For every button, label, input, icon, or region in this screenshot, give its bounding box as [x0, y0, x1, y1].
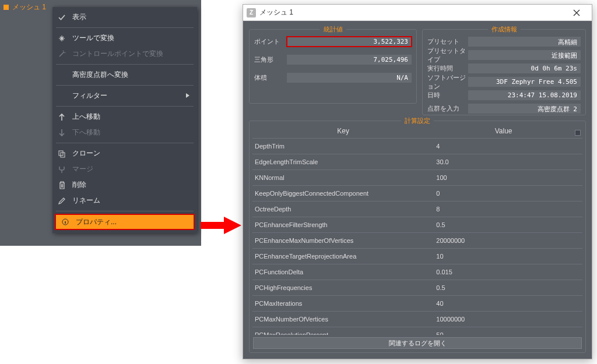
- info-value: 高精細: [468, 37, 581, 47]
- settings-key: PCMaxIterations: [252, 300, 434, 307]
- stats-row: ポイント3,522,323: [254, 36, 412, 48]
- settings-row[interactable]: OctreeDepth8: [252, 202, 582, 217]
- settings-value: 4: [434, 143, 582, 150]
- menu-clone[interactable]: クローン: [52, 146, 197, 161]
- settings-row[interactable]: PCHighFrequencies0.5: [252, 280, 582, 296]
- menu-rename[interactable]: リネーム: [52, 193, 197, 208]
- settings-key: PCMaxResolutionPercent: [252, 331, 434, 335]
- menu-separator: [56, 64, 194, 65]
- settings-value: 50: [434, 331, 582, 335]
- settings-key: OctreeDepth: [252, 206, 434, 213]
- info-row: プリセットタイプ近接範囲: [427, 49, 581, 61]
- close-button[interactable]: [564, 5, 589, 20]
- settings-row[interactable]: KNNormal100: [252, 170, 582, 186]
- settings-key: KeepOnlyBiggestConnectedComponent: [252, 190, 434, 197]
- workspace-tree-panel: メッシュ 1 表示 ツールで変換 コントロールポイントで変換 高密度点群へ変換: [0, 0, 201, 246]
- settings-value: 0.5: [434, 221, 582, 228]
- settings-value: 0: [434, 190, 582, 197]
- settings-value: 0.5: [434, 284, 582, 291]
- settings-key: PCEnhanceMaxNumberOfVertices: [252, 237, 434, 244]
- settings-value: 10000000: [434, 316, 582, 323]
- stat-value: N/A: [287, 73, 412, 83]
- info-label: プリセット: [427, 37, 468, 46]
- settings-row[interactable]: PCMaxResolutionPercent50: [252, 327, 582, 335]
- stat-label: ポイント: [254, 37, 287, 46]
- info-value: 0d 0h 6m 23s: [468, 63, 581, 73]
- context-menu: 表示 ツールで変換 コントロールポイントで変換 高密度点群へ変換 フィルター: [52, 7, 197, 233]
- properties-dialog: Z メッシュ 1 統計値 ポイント3,522,323三角形7,025,496体積…: [243, 4, 592, 359]
- merge-icon: [57, 165, 66, 174]
- wand-icon: [57, 50, 66, 59]
- settings-value: 20000000: [434, 237, 582, 244]
- menu-move-down: 下へ移動: [52, 125, 197, 140]
- info-row: ソフトバージョン3DF Zephyr Free 4.505: [427, 76, 581, 88]
- pencil-icon: [57, 196, 66, 206]
- menu-display[interactable]: 表示: [52, 9, 197, 25]
- blank-icon: [57, 70, 66, 80]
- dialog-title: メッシュ 1: [259, 8, 564, 17]
- settings-row[interactable]: EdgeLengthTrimScale30.0: [252, 154, 582, 170]
- settings-value: 100: [434, 174, 582, 181]
- menu-merge: マージ: [52, 161, 197, 177]
- copy-icon: [57, 149, 66, 158]
- settings-row[interactable]: DepthTrim4: [252, 139, 582, 154]
- menu-transform-control-points: コントロールポイントで変換: [52, 46, 197, 62]
- settings-row[interactable]: PCMaxNumberOfVertices10000000: [252, 312, 582, 327]
- settings-row[interactable]: PCEnhanceTargetReprojectionArea10: [252, 249, 582, 264]
- tree-item-label: メッシュ 1: [12, 2, 46, 12]
- trash-icon: [57, 181, 66, 190]
- callout-arrow-icon: [201, 217, 241, 234]
- settings-value: 8: [434, 206, 582, 213]
- dialog-titlebar[interactable]: Z メッシュ 1: [243, 5, 592, 21]
- info-value: 高密度点群 2: [468, 104, 581, 114]
- settings-row[interactable]: PCEnhanceMaxNumberOfVertices20000000: [252, 233, 582, 249]
- transform-icon: [57, 34, 66, 43]
- info-icon: [61, 217, 70, 227]
- menu-move-up[interactable]: 上へ移動: [52, 109, 197, 125]
- menu-properties[interactable]: プロパティ...: [55, 214, 195, 230]
- menu-separator: [56, 143, 194, 143]
- settings-key: PCFunctionDelta: [252, 268, 434, 275]
- app-z-icon: Z: [247, 8, 256, 17]
- settings-key: PCEnhanceFilterStrength: [252, 221, 434, 228]
- settings-legend: 計算設定: [401, 116, 434, 125]
- settings-menu-button[interactable]: [573, 127, 582, 138]
- menu-separator: [56, 106, 194, 107]
- settings-value: 0.015: [434, 268, 582, 275]
- close-icon: [573, 9, 580, 16]
- info-fieldset: 作成情報 プリセット高精細プリセットタイプ近接範囲実行時間0d 0h 6m 23…: [422, 29, 586, 115]
- info-label: プリセットタイプ: [427, 47, 468, 64]
- menu-filter[interactable]: フィルター: [52, 88, 197, 104]
- settings-fieldset: 計算設定 Key Value DepthTrim4EdgeLengthTrimS…: [249, 121, 586, 353]
- settings-key: PCEnhanceTargetReprojectionArea: [252, 253, 434, 260]
- info-label: 点群を入力: [427, 104, 468, 113]
- menu-separator: [56, 27, 194, 28]
- check-icon: [57, 13, 66, 22]
- info-row: 日時23:4:47 15.08.2019: [427, 89, 581, 101]
- info-label: 実行時間: [427, 64, 468, 73]
- settings-value: 40: [434, 300, 582, 307]
- arrow-up-icon: [57, 112, 66, 122]
- settings-key: DepthTrim: [252, 143, 434, 150]
- info-legend: 作成情報: [488, 25, 521, 34]
- settings-row[interactable]: PCFunctionDelta0.015: [252, 264, 582, 280]
- info-row: 点群を入力高密度点群 2: [427, 103, 581, 115]
- tree-item-mesh[interactable]: メッシュ 1: [3, 2, 46, 12]
- menu-delete[interactable]: 削除: [52, 177, 197, 193]
- settings-row[interactable]: PCMaxIterations40: [252, 296, 582, 312]
- menu-transform-tool[interactable]: ツールで変換: [52, 30, 197, 46]
- info-label: 日時: [427, 91, 468, 100]
- stats-row: 体積N/A: [254, 72, 412, 84]
- submenu-arrow-icon: [185, 93, 190, 100]
- settings-rows-viewport[interactable]: DepthTrim4EdgeLengthTrimScale30.0KNNorma…: [252, 139, 582, 335]
- mesh-swatch-icon: [3, 5, 9, 10]
- menu-to-dense-pointcloud[interactable]: 高密度点群へ変換: [52, 67, 197, 83]
- blank-icon: [57, 91, 66, 101]
- menu-separator: [56, 85, 194, 86]
- open-log-button[interactable]: 関連するログを開く: [253, 337, 582, 349]
- header-value: Value: [434, 127, 573, 138]
- settings-row[interactable]: KeepOnlyBiggestConnectedComponent0: [252, 186, 582, 202]
- settings-row[interactable]: PCEnhanceFilterStrength0.5: [252, 217, 582, 233]
- settings-value: 30.0: [434, 158, 582, 165]
- settings-key: KNNormal: [252, 174, 434, 181]
